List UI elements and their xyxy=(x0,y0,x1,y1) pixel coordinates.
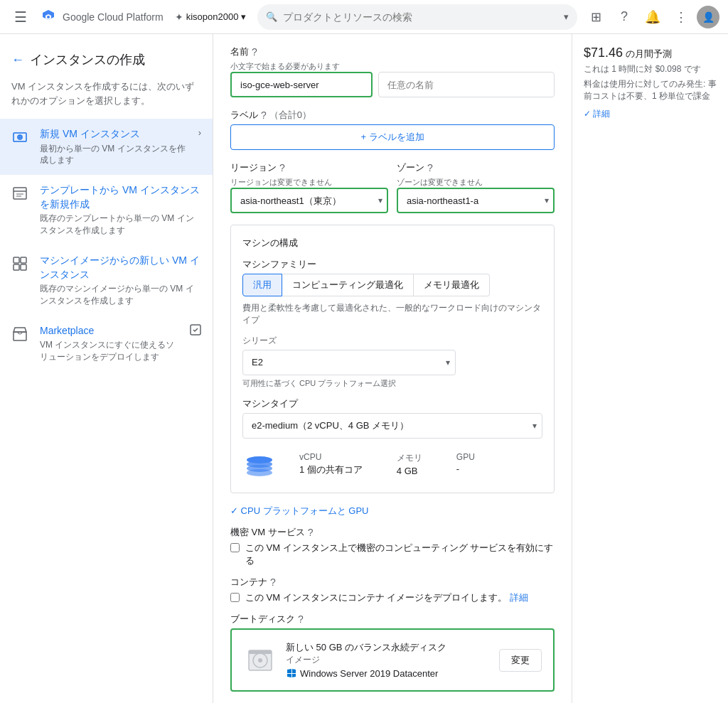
machine-family-tabs: 汎用 コンピューティング最適化 メモリ最適化 xyxy=(242,274,542,296)
marketplace-title: Marketplace xyxy=(40,324,178,338)
container-checkbox-label[interactable]: この VM インスタンスにコンテナ イメージをデプロイします。 詳細 xyxy=(230,591,555,604)
boot-disk-description: 新しい 50 GB のバランス永続ディスク xyxy=(286,641,491,654)
top-navigation: ☰ Google Cloud Platform ✦ kisopon2000 ▾ … xyxy=(0,0,728,34)
zone-note: ゾーンは変更できません xyxy=(397,177,555,188)
main-content: 名前 ? 小文字で始まる必要があります ラベル ? （合計0） + ラベルを追加 xyxy=(213,34,572,703)
from-machine-image-content: マシンイメージからの新しい VM インスタンス 既存のマシンイメージから単一の … xyxy=(40,254,201,307)
vcpu-spec: vCPU 1 個の共有コア xyxy=(299,452,363,476)
back-button[interactable]: ← xyxy=(11,53,24,68)
machine-type-select[interactable]: e2-medium（2 vCPU、4 GB メモリ） xyxy=(242,413,542,439)
cost-hourly-detail: これは 1 時間に対 $0.098 です xyxy=(584,63,717,75)
windows-icon xyxy=(286,667,297,679)
region-label: リージョン ? xyxy=(230,161,388,174)
boot-disk-content: 新しい 50 GB のバランス永続ディスク イメージ Windows Serve… xyxy=(243,641,542,679)
mf-tab-memory[interactable]: メモリ最適化 xyxy=(414,274,490,296)
notifications-icon[interactable]: 🔔 xyxy=(640,4,665,30)
machine-config-box: マシンの構成 マシンファミリー 汎用 コンピューティング最適化 メモリ最適化 費… xyxy=(230,225,555,493)
machine-specs: vCPU 1 個の共有コア メモリ 4 GB GPU - xyxy=(299,452,475,476)
hamburger-icon[interactable]: ☰ xyxy=(9,3,33,31)
confidential-vm-checkbox[interactable] xyxy=(230,543,240,552)
sidebar-header: ← インスタンスの作成 xyxy=(0,45,213,80)
name-label: 名前 ? xyxy=(230,45,555,58)
region-zone-section: リージョン ? リージョンは変更できません asia-northeast1（東京… xyxy=(230,161,555,213)
gcp-logo-icon xyxy=(38,7,58,27)
container-checkbox[interactable] xyxy=(230,593,240,602)
machine-visual-icon xyxy=(242,447,277,481)
cost-panel: $71.46 の月間予測 これは 1 時間に対 $0.098 です 料金は使用分… xyxy=(572,34,728,703)
page-layout: ← インスタンスの作成 VM インスタンスを作成するには、次のいずれかのオプショ… xyxy=(0,34,728,703)
region-select[interactable]: asia-northeast1（東京） xyxy=(230,188,388,213)
boot-disk-help-icon[interactable]: ? xyxy=(298,613,304,625)
zone-select[interactable]: asia-northeast1-a xyxy=(397,188,555,213)
confidential-vm-help-icon[interactable]: ? xyxy=(308,527,314,538)
search-input[interactable] xyxy=(283,11,564,23)
name-help-icon[interactable]: ? xyxy=(252,46,257,58)
zone-label: ゾーン ? xyxy=(397,161,555,174)
mf-tab-compute[interactable]: コンピューティング最適化 xyxy=(282,274,414,296)
marketplace-content: Marketplace VM インスタンスにすぐに使えるソリューションをデプロイ… xyxy=(40,324,178,363)
project-name: kisopon2000 xyxy=(186,11,239,22)
mf-tab-general[interactable]: 汎用 xyxy=(242,274,282,296)
name-note: 小文字で始まる必要があります xyxy=(230,61,555,72)
region-wrap: リージョン ? リージョンは変更できません asia-northeast1（東京… xyxy=(230,161,388,213)
container-note: この VM インスタンスにコンテナ イメージをデプロイします。 詳細 xyxy=(245,591,528,604)
boot-disk-os: Windows Server 2019 Datacenter xyxy=(286,667,491,679)
name-input[interactable] xyxy=(230,72,373,97)
gpu-spec: GPU - xyxy=(456,452,475,476)
svg-point-18 xyxy=(247,456,272,463)
container-label: コンテナ ? xyxy=(230,576,555,589)
nav-icons: ⊞ ? 🔔 ⋮ 👤 xyxy=(583,4,719,30)
container-help-icon[interactable]: ? xyxy=(270,576,276,588)
from-template-subtitle: 既存のテンプレートから単一の VM インスタンスを作成します xyxy=(40,213,201,237)
svg-rect-5 xyxy=(14,188,26,199)
from-template-icon xyxy=(11,185,28,202)
boot-disk-image-label: イメージ xyxy=(286,654,491,666)
project-selector[interactable]: ✦ kisopon2000 ▾ xyxy=(169,9,252,26)
sidebar-item-from-template[interactable]: テンプレートから VM インスタンスを新規作成 既存のテンプレートから単一の V… xyxy=(0,175,213,245)
new-vm-arrow: › xyxy=(198,127,201,138)
add-label-button[interactable]: + ラベルを追加 xyxy=(230,124,555,150)
svg-rect-13 xyxy=(14,332,26,340)
confidential-vm-note: この VM インスタンス上で機密のコンピューティング サービスを有効にする xyxy=(245,542,555,567)
sidebar: ← インスタンスの作成 VM インスタンスを作成するには、次のいずれかのオプショ… xyxy=(0,34,213,703)
gcp-logo[interactable]: Google Cloud Platform xyxy=(38,7,164,27)
change-boot-disk-button[interactable]: 変更 xyxy=(499,649,542,672)
svg-rect-22 xyxy=(249,650,272,654)
series-label: シリーズ xyxy=(242,335,542,347)
cpu-gpu-link[interactable]: ✓ CPU プラットフォームと GPU xyxy=(230,505,555,517)
svg-rect-9 xyxy=(14,257,19,263)
memory-spec: メモリ 4 GB xyxy=(397,452,422,476)
boot-disk-info: 新しい 50 GB のバランス永続ディスク イメージ Windows Serve… xyxy=(286,641,491,679)
series-select[interactable]: E2 xyxy=(242,350,456,375)
memory-value: 4 GB xyxy=(397,466,422,476)
region-help-icon[interactable]: ? xyxy=(279,162,285,173)
sidebar-item-from-machine-image[interactable]: マシンイメージからの新しい VM インスタンス 既存のマシンイメージから単一の … xyxy=(0,245,213,316)
label-help-icon[interactable]: ? xyxy=(261,109,267,121)
machine-type-label: マシンタイプ xyxy=(242,397,542,410)
machine-config-section: マシンの構成 マシンファミリー 汎用 コンピューティング最適化 メモリ最適化 費… xyxy=(230,225,555,493)
label-label: ラベル ? （合計0） xyxy=(230,109,555,122)
avatar[interactable]: 👤 xyxy=(697,6,719,28)
sidebar-item-new-vm[interactable]: 新規 VM インスタンス 最初から単一の VM インスタンスを作成します › xyxy=(0,119,213,175)
sidebar-item-marketplace[interactable]: Marketplace VM インスタンスにすぐに使えるソリューションをデプロイ… xyxy=(0,316,213,372)
marketplace-icon xyxy=(11,326,28,343)
label-section: ラベル ? （合計0） + ラベルを追加 xyxy=(230,109,555,150)
memory-header: メモリ xyxy=(397,452,422,464)
cost-details-link[interactable]: ✓ 詳細 xyxy=(584,108,717,120)
search-dropdown-icon[interactable]: ▾ xyxy=(564,11,569,22)
name-section: 名前 ? 小文字で始まる必要があります xyxy=(230,45,555,97)
machine-family-label: マシンファミリー xyxy=(242,258,542,271)
gcp-logo-text: Google Cloud Platform xyxy=(63,11,164,23)
from-machine-image-title: マシンイメージからの新しい VM インスタンス xyxy=(40,254,201,281)
confidential-vm-checkbox-label[interactable]: この VM インスタンス上で機密のコンピューティング サービスを有効にする xyxy=(230,542,555,567)
container-details-link[interactable]: 詳細 xyxy=(510,592,528,603)
apps-icon[interactable]: ⊞ xyxy=(583,4,609,30)
boot-disk-section: ブートディスク ? 新しい 50 GB のバランス永続ディスク イメージ xyxy=(230,613,555,692)
name-placeholder-input[interactable] xyxy=(378,72,555,97)
more-icon[interactable]: ⋮ xyxy=(668,4,694,30)
help-icon[interactable]: ? xyxy=(611,4,637,30)
cost-period: の月間予測 xyxy=(626,48,672,59)
zone-help-icon[interactable]: ? xyxy=(427,162,433,173)
new-vm-title: 新規 VM インスタンス xyxy=(40,127,187,141)
gpu-header: GPU xyxy=(456,452,475,462)
